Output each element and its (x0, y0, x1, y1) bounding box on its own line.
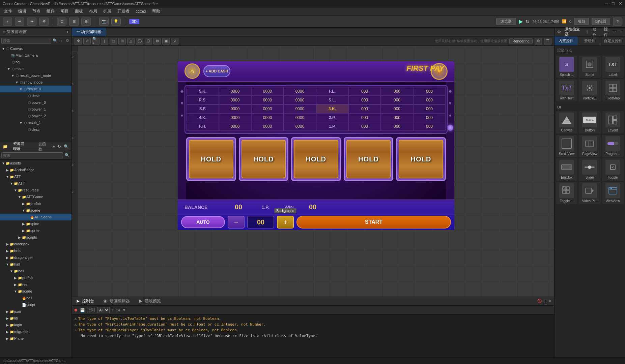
asset-item-plane[interactable]: ▶ 📁 Plane (0, 335, 72, 342)
menu-item-项目[interactable]: 项目 (58, 8, 72, 15)
tree-item-desc0[interactable]: ⬡ desc (0, 92, 72, 99)
scene-menu[interactable]: ☰ (544, 38, 551, 44)
slot-reel-3[interactable]: HOLD (344, 137, 394, 181)
tree-item-power1[interactable]: ⬡ power_1 (0, 106, 72, 113)
asset-item-brtb[interactable]: ▶ 📁 brtb (0, 247, 72, 254)
asset-item-blackjack[interactable]: ▶ 📁 blackjack (0, 241, 72, 247)
rect-button[interactable]: ⊡ (57, 18, 66, 26)
tree-item-canvas[interactable]: ▼ ⬡ Canvas (0, 45, 72, 52)
asset-item-res-hall[interactable]: ▶ 📁 res (0, 281, 72, 288)
tree-item-main-camera[interactable]: 📷 Main Camera (0, 52, 72, 59)
maximize-button[interactable]: □ (612, 1, 615, 6)
slot-reel-4[interactable]: HOLD (396, 137, 446, 181)
tree-item-result0[interactable]: ▼ ⬡ result_0 (0, 86, 72, 92)
ui-item-webview[interactable]: WebView (602, 182, 624, 204)
tb5[interactable]: ⬡ (145, 38, 152, 44)
menu-item-组件[interactable]: 组件 (44, 8, 57, 15)
comp-tab-builtin[interactable]: 内置控件 (555, 36, 578, 46)
inspector-more[interactable]: ⋯ (618, 30, 622, 34)
comp-tab-cloud[interactable]: 云组件 (578, 36, 602, 46)
play-button[interactable]: ▶ (519, 18, 523, 25)
titlebar-controls[interactable]: ─ □ ✕ (605, 1, 622, 6)
anchor-tool[interactable]: ⊕ (83, 38, 91, 44)
browser-button[interactable]: 浏览器 (496, 18, 516, 25)
asset-item-att[interactable]: ▼ 📁 ATT (0, 173, 72, 180)
move-button[interactable]: ✥ (39, 18, 49, 26)
menu-item-节点[interactable]: 节点 (30, 8, 43, 15)
ui-item-scrollview[interactable]: ScrollView (556, 135, 577, 157)
transform-button[interactable]: ⊞ (69, 18, 79, 26)
hierarchy-add[interactable]: + (66, 30, 69, 34)
tl-tab-console[interactable]: ▶ 控制台 (72, 297, 99, 305)
asset-item-prefab-hall[interactable]: ▶ 📁 prefab (0, 274, 72, 281)
menu-item-cctool[interactable]: cctool (133, 8, 149, 14)
ui-item-pageview[interactable]: PageView (579, 135, 600, 157)
asset-item-resources[interactable]: ▼ 📁 resources (0, 187, 72, 193)
tree-item-result1[interactable]: ▼ ⬡ result_1 (0, 119, 72, 126)
render-item-sprite[interactable]: Sprite (579, 56, 600, 78)
render-item-splash[interactable]: S Splash ... (556, 56, 577, 78)
auto-button[interactable]: AUTO (181, 216, 225, 228)
expand-btn[interactable]: ↕ (59, 38, 64, 44)
start-button[interactable]: START (296, 216, 451, 229)
tb2[interactable]: ⊞ (118, 38, 126, 44)
asset-item-login[interactable]: ▶ 📁 login (0, 322, 72, 328)
asset-item-sprite[interactable]: ▶ 📁 sprite (0, 227, 72, 234)
asset-item-hall[interactable]: ▼ 📁 hall (0, 261, 72, 268)
asset-tab-cloud[interactable]: 云函数 (36, 141, 50, 152)
asset-search[interactable] (1, 152, 63, 158)
search-btn[interactable]: 🔍 (52, 38, 58, 44)
ui-item-layout[interactable]: Layout (602, 111, 624, 133)
slot-reel-0[interactable]: HOLD (186, 137, 236, 181)
tb4[interactable]: ◯ (136, 38, 143, 44)
camera-button[interactable]: 📷 (99, 18, 109, 26)
ui-item-slider[interactable]: Slider (579, 158, 600, 181)
3d-button[interactable]: 3D (129, 19, 139, 24)
scene-viewport[interactable]: ✥ ⊕ 🔍+ | □ ⊞ △ ◯ ⬡ ⊠ ▣ ⊘ 使用鼠标右键↑移动视图焦点，使… (72, 36, 554, 297)
asset-item-json[interactable]: ▶ 📁 json (0, 308, 72, 315)
tb3[interactable]: △ (127, 38, 135, 44)
anchor-button[interactable]: ⊕ (81, 18, 91, 26)
tree-item-main[interactable]: ▼ ⬡ main (0, 65, 72, 72)
asset-item-spine[interactable]: ▶ 📁 spine (0, 220, 72, 227)
rendering-button[interactable]: Rendering (509, 38, 533, 44)
console-expand[interactable]: ⛶ (543, 299, 547, 303)
asset-item-prefab[interactable]: ▶ 📁 prefab (0, 200, 72, 207)
tl-tab-game-preview[interactable]: ▶ 游戏预览 (135, 297, 166, 305)
light-button[interactable]: 💡 (111, 18, 121, 26)
console-clear[interactable]: 🚫 (537, 299, 542, 303)
home-button[interactable]: ⌂ (184, 63, 200, 79)
asset-item-scripts[interactable]: ▶ 📁 scripts (0, 234, 72, 241)
render-item-particle[interactable]: Particle... (579, 79, 600, 101)
hierarchy-search[interactable] (1, 38, 51, 44)
tb8[interactable]: ⊘ (171, 38, 178, 44)
console-save-btn[interactable]: 💾 (80, 308, 85, 312)
asset-search-btn[interactable]: 🔍 (64, 152, 70, 158)
render-item-label[interactable]: TXT Label (602, 56, 624, 78)
asset-item-scene[interactable]: ▼ 📁 scene (0, 207, 72, 214)
asset-toolbar-search[interactable]: 🔍 (64, 144, 69, 149)
menu-item-帮助[interactable]: 帮助 (149, 8, 163, 15)
settings-btn[interactable]: ⚙ (65, 38, 70, 44)
tree-item-desc1[interactable]: ⬡ desc (0, 126, 72, 133)
close-button[interactable]: ✕ (619, 1, 622, 6)
asset-toolbar-refresh[interactable]: ↻ (58, 144, 61, 149)
scene-settings[interactable]: ⚙ (535, 38, 542, 44)
editor-button[interactable]: 编辑器 (592, 18, 610, 25)
console-chevron[interactable]: ▼ (122, 308, 126, 312)
asset-item-migration[interactable]: ▶ 📁 migration (0, 328, 72, 335)
tree-item-power0[interactable]: ⬡ power_0 (0, 99, 72, 106)
add-button[interactable]: + (3, 18, 12, 26)
asset-item-scene-hall[interactable]: ▼ 📁 scene (0, 288, 72, 295)
ui-item-editbox[interactable]: EditBox (556, 158, 577, 181)
zoom-plus[interactable]: 🔍+ (92, 38, 100, 44)
ui-item-canvas[interactable]: Canvas (556, 111, 577, 133)
asset-item-andar[interactable]: ▶ 📁 AndarBahar (0, 166, 72, 173)
asset-item-attgame[interactable]: ▼ 📁 ATTGame (0, 193, 72, 200)
add-cash-button[interactable]: + ADD CASH (203, 65, 230, 77)
tb7[interactable]: ▣ (162, 38, 170, 44)
render-item-rich-text[interactable]: TxT Rich Text (556, 79, 577, 101)
asset-item-dragontiger[interactable]: ▶ 📁 dragontiger (0, 254, 72, 261)
help-button[interactable]: ? (613, 18, 622, 26)
inspector-tab-services[interactable]: 服务 (591, 26, 602, 38)
